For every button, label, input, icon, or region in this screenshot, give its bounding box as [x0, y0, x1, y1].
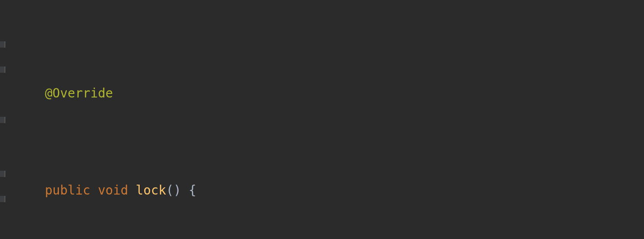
keyword-public: public — [45, 178, 90, 202]
annotation: @Override — [45, 81, 113, 105]
code-line: public void lock() { — [45, 177, 644, 203]
code-editor[interactable]: @Override public void lock() { try { loc… — [4, 9, 644, 239]
punctuation: () { — [166, 178, 196, 202]
method-declaration: lock — [136, 178, 166, 202]
code-line: @Override — [45, 81, 644, 106]
keyword-void: void — [98, 178, 128, 202]
